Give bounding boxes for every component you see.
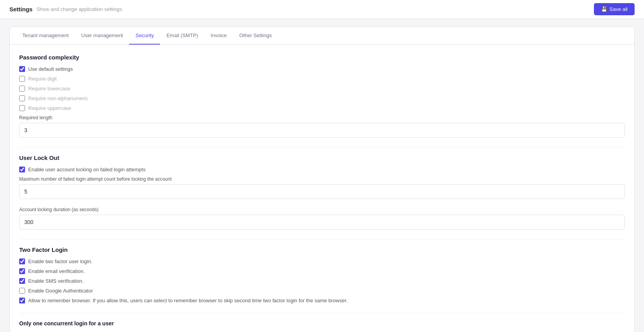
allow-remember-browser-checkbox[interactable] xyxy=(19,298,25,303)
enable-google-auth-checkbox[interactable] xyxy=(19,288,25,294)
require-uppercase-row: Require uppercase xyxy=(19,105,625,111)
divider-2 xyxy=(19,239,625,239)
page-title: Settings xyxy=(9,6,32,13)
enable-locking-row: Enable user account locking on failed lo… xyxy=(19,167,625,172)
tab-user-management[interactable]: User management xyxy=(75,27,130,45)
require-lowercase-row: Require lowercase xyxy=(19,86,625,92)
use-default-row: Use default settings xyxy=(19,66,625,72)
user-lockout-title: User Lock Out xyxy=(19,154,625,161)
allow-remember-browser-label: Allow to remember browser. If you allow … xyxy=(28,298,347,303)
require-digit-row: Require digit xyxy=(19,76,625,82)
tab-other-settings[interactable]: Other Settings xyxy=(233,27,278,45)
tab-tenant[interactable]: Tenant management xyxy=(16,27,75,45)
enable-locking-checkbox[interactable] xyxy=(19,167,25,172)
divider-3 xyxy=(19,313,625,313)
tab-invoice[interactable]: Invoice xyxy=(204,27,233,45)
require-uppercase-checkbox[interactable] xyxy=(19,105,25,111)
save-all-button[interactable]: 💾 Save all xyxy=(594,3,635,15)
lock-duration-input[interactable] xyxy=(19,215,625,230)
require-lowercase-label: Require lowercase xyxy=(28,86,70,92)
enable-email-verify-row: Enable email verification. xyxy=(19,268,625,274)
require-nonalphanumeric-row: Require non-alphanumeric xyxy=(19,95,625,101)
save-icon: 💾 xyxy=(601,6,607,12)
require-uppercase-label: Require uppercase xyxy=(28,105,71,111)
enable-google-auth-label: Enable Google Authenticator xyxy=(28,288,93,294)
password-complexity-title: Password complexity xyxy=(19,54,625,61)
allow-remember-browser-row: Allow to remember browser. If you allow … xyxy=(19,298,625,303)
lock-duration-field: Account locking duration (as seconds) xyxy=(19,207,625,230)
enable-sms-verify-label: Enable SMS verification. xyxy=(28,278,84,284)
tabs: Tenant management User management Securi… xyxy=(10,27,634,45)
settings-card: Tenant management User management Securi… xyxy=(9,27,635,332)
require-nonalphanumeric-label: Require non-alphanumeric xyxy=(28,95,88,101)
max-attempts-label: Maximum number of failed login attempt c… xyxy=(19,176,625,182)
enable-2fa-row: Enable two factor user login. xyxy=(19,258,625,264)
use-default-checkbox[interactable] xyxy=(19,66,25,72)
require-lowercase-checkbox[interactable] xyxy=(19,86,25,92)
required-length-label: Required length xyxy=(19,115,625,120)
tab-email[interactable]: Email (SMTP) xyxy=(160,27,204,45)
page-subtitle: Show and change application settings. xyxy=(36,6,123,12)
user-lockout-section: User Lock Out Enable user account lockin… xyxy=(19,154,625,230)
two-factor-title: Two Factor Login xyxy=(19,246,625,253)
enable-sms-verify-row: Enable SMS verification. xyxy=(19,278,625,284)
use-default-label: Use default settings xyxy=(28,66,73,72)
save-all-label: Save all xyxy=(610,6,628,12)
require-nonalphanumeric-checkbox[interactable] xyxy=(19,95,25,101)
concurrent-login-section: Only one concurrent login for a user Dis… xyxy=(19,320,625,332)
enable-email-verify-label: Enable email verification. xyxy=(28,268,85,274)
enable-sms-verify-checkbox[interactable] xyxy=(19,278,25,284)
enable-google-auth-row: Enable Google Authenticator xyxy=(19,288,625,294)
enable-email-verify-checkbox[interactable] xyxy=(19,268,25,274)
divider-1 xyxy=(19,147,625,147)
enable-2fa-label: Enable two factor user login. xyxy=(28,258,92,264)
require-digit-label: Require digit xyxy=(28,76,57,82)
enable-locking-label: Enable user account locking on failed lo… xyxy=(28,167,146,172)
max-attempts-input[interactable] xyxy=(19,184,625,199)
lock-duration-label: Account locking duration (as seconds) xyxy=(19,207,625,212)
password-options: Require digit Require lowercase Require … xyxy=(19,76,625,111)
password-complexity-section: Password complexity Use default settings… xyxy=(19,54,625,138)
tab-security[interactable]: Security xyxy=(129,27,160,45)
two-factor-section: Two Factor Login Enable two factor user … xyxy=(19,246,625,303)
enable-2fa-checkbox[interactable] xyxy=(19,258,25,264)
settings-body: Password complexity Use default settings… xyxy=(10,45,634,332)
top-bar-left: Settings Show and change application set… xyxy=(9,6,123,13)
max-attempts-field: Maximum number of failed login attempt c… xyxy=(19,176,625,199)
required-length-field: Required length xyxy=(19,115,625,138)
concurrent-login-title: Only one concurrent login for a user xyxy=(19,320,625,327)
require-digit-checkbox[interactable] xyxy=(19,76,25,82)
required-length-input[interactable] xyxy=(19,123,625,138)
top-bar: Settings Show and change application set… xyxy=(0,0,644,19)
content-area: Tenant management User management Securi… xyxy=(0,19,644,332)
